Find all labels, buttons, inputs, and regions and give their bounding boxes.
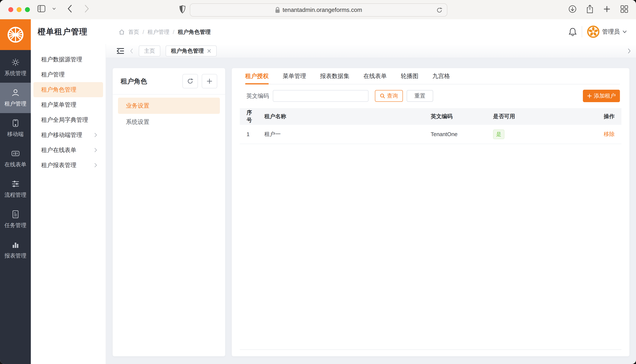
home-icon[interactable] — [119, 29, 125, 35]
notification-bell-icon[interactable] — [568, 27, 577, 36]
add-tenant-button-label: 添加租户 — [594, 92, 616, 100]
rail-item-online-form[interactable]: 在线表单 — [0, 144, 31, 174]
user-menu-chevron-icon — [622, 30, 627, 33]
tab-label: 租户授权 — [245, 72, 269, 80]
query-button[interactable]: 查询 — [375, 90, 403, 102]
rail-item-label: 报表管理 — [5, 252, 27, 260]
add-role-button[interactable] — [202, 74, 217, 88]
reload-icon[interactable] — [436, 6, 443, 14]
gear-icon — [11, 58, 20, 67]
refresh-button[interactable] — [182, 74, 198, 88]
menu-item-global-dict[interactable]: 租户全局字典管理 — [31, 112, 106, 128]
user-menu[interactable]: 管理员 — [587, 26, 627, 38]
menu-fold-icon[interactable] — [116, 47, 124, 55]
rail-item-tenant[interactable]: 租户管理 — [0, 83, 31, 113]
sidebar-toggle-icon[interactable] — [37, 5, 46, 13]
menu-item-label: 租户报表管理 — [41, 161, 76, 169]
primary-nav-rail: 系统管理 租户管理 移动端 在线表单 — [0, 50, 31, 364]
reset-button[interactable]: 重置 — [407, 90, 433, 102]
close-window-button[interactable] — [8, 7, 13, 12]
page-tab-tenant-role[interactable]: 租户角色管理 — [166, 46, 217, 56]
tab-carousel[interactable]: 轮播图 — [401, 68, 418, 84]
refresh-icon — [187, 78, 193, 84]
cell-no: 1 — [240, 125, 258, 144]
new-tab-icon[interactable] — [603, 5, 611, 13]
menu-item-label: 租户角色管理 — [41, 86, 76, 94]
header-divider — [582, 26, 582, 38]
menu-item-label: 租户数据源管理 — [41, 56, 82, 64]
tenant-auth-panel: 租户授权 菜单管理 报表数据集 在线表单 轮播图 九宫格 英文编码 查询 重置 — [232, 68, 629, 356]
back-button[interactable] — [67, 4, 72, 13]
cell-actions: 移除 — [597, 125, 621, 144]
share-icon[interactable] — [586, 4, 594, 14]
browser-window: tenantadmin.orangeforms.com — [0, 0, 636, 364]
content-area: 主页 租户角色管理 租户角色 — [106, 44, 636, 364]
cell-enabled: 是 — [486, 125, 597, 144]
role-item-business[interactable]: 业务设置 — [118, 98, 220, 114]
privacy-shield-icon[interactable] — [179, 5, 186, 14]
breadcrumb: 首页 / 租户管理 / 租户角色管理 — [119, 28, 210, 36]
menu-item-label: 租户菜单管理 — [41, 101, 76, 109]
role-item-label: 系统设置 — [126, 118, 149, 126]
breadcrumb-section[interactable]: 租户管理 — [147, 28, 169, 36]
add-tenant-button[interactable]: 添加租户 — [583, 90, 620, 102]
menu-item-label: 租户管理 — [41, 70, 65, 78]
traffic-lights — [8, 7, 30, 12]
sidebar-menu-chevron-icon[interactable] — [52, 7, 56, 10]
page-tab-home[interactable]: 主页 — [139, 46, 160, 56]
rail-item-system[interactable]: 系统管理 — [0, 52, 31, 83]
downloads-icon[interactable] — [568, 5, 577, 13]
remove-link[interactable]: 移除 — [604, 131, 615, 137]
rail-item-mobile[interactable]: 移动端 — [0, 113, 31, 144]
online-form-icon — [11, 149, 20, 158]
tab-menu-mgmt[interactable]: 菜单管理 — [283, 68, 306, 84]
col-header-actions: 操作 — [597, 108, 621, 125]
menu-item-tenant-role[interactable]: 租户角色管理 — [34, 82, 103, 97]
tab-report-dataset[interactable]: 报表数据集 — [320, 68, 349, 84]
tab-tenant-auth[interactable]: 租户授权 — [245, 68, 269, 84]
zoom-window-button[interactable] — [25, 7, 30, 12]
tab-grid-nine[interactable]: 九宫格 — [432, 68, 450, 84]
col-header-no: 序号 — [240, 108, 258, 125]
app-logo[interactable] — [0, 19, 31, 50]
menu-item-label: 租户移动端管理 — [41, 131, 82, 139]
menu-item-tenant-online-form[interactable]: 租户在线表单 — [31, 142, 106, 158]
lock-icon — [275, 7, 280, 13]
table-row: 1 租户一 TenantOne 是 移除 — [240, 125, 621, 144]
browser-toolbar: tenantadmin.orangeforms.com — [0, 0, 636, 20]
user-icon — [11, 88, 20, 97]
search-icon — [380, 93, 385, 98]
url-text: tenantadmin.orangeforms.com — [283, 6, 362, 14]
menu-item-tenant-report[interactable]: 租户报表管理 — [31, 158, 106, 173]
cell-tenant-name: 租户一 — [258, 125, 424, 144]
tab-scroll-right-icon[interactable] — [627, 48, 631, 54]
english-code-input[interactable] — [273, 90, 368, 102]
rail-item-label: 在线表单 — [5, 161, 27, 168]
user-name: 管理员 — [602, 28, 620, 36]
rail-item-task[interactable]: 任务管理 — [0, 204, 31, 235]
breadcrumb-home[interactable]: 首页 — [128, 28, 139, 36]
rail-item-report[interactable]: 报表管理 — [0, 235, 31, 265]
address-bar[interactable]: tenantadmin.orangeforms.com — [190, 4, 447, 16]
forward-button[interactable] — [84, 4, 89, 13]
bar-chart-icon — [11, 240, 20, 249]
tab-scroll-left-icon[interactable] — [130, 48, 133, 54]
menu-item-datasource[interactable]: 租户数据源管理 — [31, 52, 106, 67]
tab-online-form[interactable]: 在线表单 — [363, 68, 387, 84]
minimize-window-button[interactable] — [17, 7, 22, 12]
tab-overview-icon[interactable] — [620, 5, 628, 13]
tab-label: 菜单管理 — [283, 72, 306, 80]
menu-item-tenant[interactable]: 租户管理 — [31, 67, 106, 82]
menu-item-tenant-menu[interactable]: 租户菜单管理 — [31, 97, 106, 112]
close-icon[interactable] — [207, 49, 211, 53]
avatar — [587, 26, 599, 38]
tab-label: 九宫格 — [432, 72, 450, 80]
english-code-label: 英文编码 — [246, 92, 269, 100]
rail-item-process[interactable]: 流程管理 — [0, 174, 31, 204]
chevron-right-icon — [94, 148, 97, 153]
menu-item-tenant-mobile[interactable]: 租户移动端管理 — [31, 128, 106, 142]
secondary-menu: 租户数据源管理 租户管理 租户角色管理 租户菜单管理 租户全局字典管理 租户移动… — [31, 44, 106, 364]
col-header-enabled: 是否可用 — [486, 108, 597, 125]
role-item-system[interactable]: 系统设置 — [118, 114, 220, 130]
page-tab-label: 主页 — [144, 47, 155, 55]
